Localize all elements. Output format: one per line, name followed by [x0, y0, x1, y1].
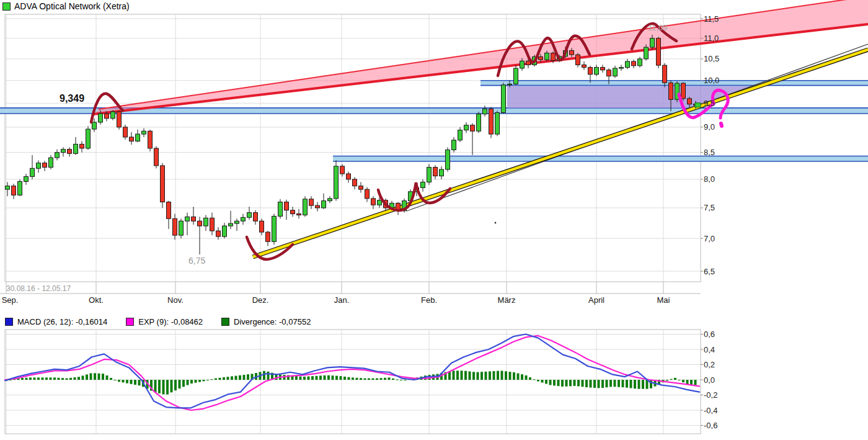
- macd-axis-tick: -0,6: [704, 421, 717, 430]
- candle: [464, 122, 469, 133]
- stray-dot: [495, 222, 497, 224]
- page-title: ADVA Optical Network (Xetra): [14, 1, 130, 11]
- candle: [359, 182, 363, 192]
- month-label: März: [498, 295, 516, 305]
- macd-axis-tick: 0,0: [704, 375, 715, 385]
- candle: [148, 130, 153, 151]
- candle: [601, 65, 605, 73]
- candle: [210, 213, 215, 235]
- candle: [483, 106, 487, 117]
- candle: [489, 107, 494, 138]
- candle: [421, 179, 425, 192]
- candle: [18, 179, 22, 196]
- candle: [576, 53, 580, 67]
- candle: [167, 201, 171, 229]
- candle: [278, 199, 283, 218]
- price-axis-tick: 8,5: [704, 148, 715, 157]
- price-annotation-label: 9,349: [60, 93, 84, 104]
- candle: [216, 227, 221, 240]
- candle: [235, 218, 239, 231]
- candle: [24, 174, 29, 185]
- month-label: Nov.: [167, 295, 184, 305]
- candle: [595, 65, 599, 76]
- candle: [502, 83, 506, 114]
- month-label: Feb.: [421, 295, 437, 305]
- price-axis-tick: 6,5: [704, 267, 715, 276]
- month-label: Jan.: [334, 295, 350, 305]
- last-price-marker: [695, 103, 701, 107]
- macd-axis-tick: 0,6: [704, 330, 715, 339]
- candle: [471, 123, 475, 155]
- month-label: April: [588, 295, 604, 305]
- candle: [347, 172, 351, 183]
- candle: [626, 59, 630, 69]
- candle: [291, 207, 295, 217]
- candle: [638, 57, 642, 68]
- candle: [123, 125, 128, 140]
- candle: [328, 196, 332, 203]
- candle: [117, 110, 122, 129]
- macd-legend-item: MACD (26, 12): -0,16014: [5, 317, 107, 326]
- candle: [675, 81, 680, 102]
- candle: [43, 161, 47, 171]
- candle: [142, 128, 146, 137]
- candle: [446, 147, 450, 171]
- macd-legend-label: MACD (26, 12): -0,16014: [17, 317, 107, 326]
- candle: [185, 213, 190, 235]
- red-trend-channel: [93, 0, 868, 114]
- divergence-series-icon: [221, 318, 229, 326]
- candle: [427, 164, 432, 185]
- candle: [613, 66, 618, 78]
- price-axis-tick: 9,0: [704, 122, 715, 132]
- exp-legend-label: EXP (9): -0,08462: [138, 317, 203, 326]
- candle: [173, 214, 177, 240]
- candle: [657, 37, 661, 68]
- price-axis-labels: 11,511,010,510,09,59,08,58,07,57,06,5: [701, 14, 719, 276]
- candle: [458, 127, 463, 142]
- exp-series-icon: [126, 318, 134, 326]
- price-axis-tick: 11,0: [704, 34, 719, 43]
- macd-axis-tick: -0,2: [704, 390, 717, 400]
- macd-axis-tick: 0,4: [704, 345, 715, 354]
- candle: [285, 200, 289, 220]
- candle: [30, 155, 35, 179]
- month-label: Mai: [657, 295, 670, 305]
- macd-line: [5, 334, 699, 408]
- candle: [74, 137, 78, 155]
- candle: [154, 146, 159, 169]
- candle: [322, 194, 326, 209]
- candle: [619, 65, 624, 71]
- candle: [309, 196, 314, 209]
- candle: [130, 132, 134, 145]
- candle: [161, 163, 165, 208]
- candle: [452, 137, 456, 153]
- candle: [582, 61, 587, 70]
- candle: [49, 155, 53, 169]
- chart-application: { "header": { "title": "ADVA Optical Net…: [0, 0, 868, 440]
- candle: [247, 207, 252, 220]
- time-axis-labels: Sep.Okt.Nov.Dez.Jan.Feb.MärzAprilMai30.0…: [2, 284, 670, 305]
- chart-title-bar: ADVA Optical Network (Xetra): [2, 1, 130, 11]
- macd-histogram: [5, 370, 697, 394]
- divergence-legend-label: Divergence: -0,07552: [234, 317, 311, 326]
- macd-legend: MACD (26, 12): -0,16014 EXP (9): -0,0846…: [5, 317, 329, 326]
- candle: [477, 112, 481, 133]
- candle: [12, 184, 16, 199]
- macd-series-icon: [5, 318, 13, 326]
- question-mark-dot: [721, 123, 722, 126]
- candle: [86, 126, 91, 150]
- candle: [514, 65, 518, 85]
- exp-line: [5, 336, 699, 410]
- candle: [111, 110, 115, 120]
- instrument-legend-icon: [2, 2, 11, 11]
- price-annotation-label: 6,75: [188, 256, 205, 266]
- month-label: Sep.: [2, 295, 19, 305]
- candle: [396, 202, 401, 215]
- candle: [340, 164, 345, 176]
- macd-axis-labels: 0,60,40,20,0-0,2-0,4-0,6: [701, 330, 717, 430]
- month-label: Okt.: [89, 295, 104, 305]
- candle: [179, 218, 184, 238]
- candle: [80, 141, 84, 152]
- candle: [440, 166, 444, 179]
- candle: [37, 160, 41, 173]
